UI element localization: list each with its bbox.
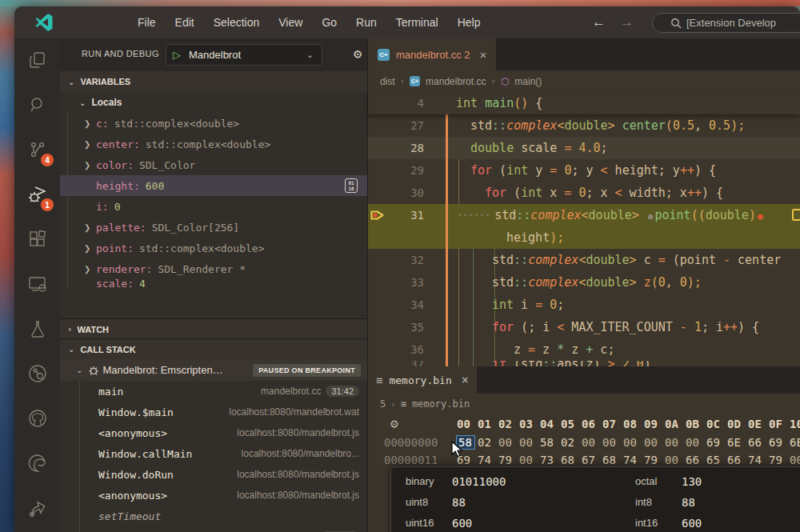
menu-selection[interactable]: Selection	[204, 13, 270, 32]
live-share-icon[interactable]	[14, 354, 60, 394]
hex-byte[interactable]: 68	[561, 454, 582, 465]
watch-section-header[interactable]: › WATCH	[60, 318, 367, 339]
testing-icon[interactable]	[14, 309, 60, 349]
code-editor[interactable]: 27std::complex<double> center(0.5, 0.5);…	[368, 114, 800, 366]
tab-memory-bin[interactable]: ≡ memory.bin ×	[368, 366, 477, 394]
menu-help[interactable]: Help	[448, 13, 490, 32]
hex-byte[interactable]: 58	[540, 436, 561, 449]
variable-row-renderer[interactable]: ❯renderer:SDL_Renderer *	[60, 258, 367, 279]
gutter-glyph[interactable]	[368, 361, 387, 366]
hex-byte[interactable]: 00	[790, 454, 800, 465]
hex-byte[interactable]: 68	[602, 454, 623, 465]
gutter-glyph[interactable]	[368, 271, 387, 294]
hex-byte[interactable]: 00	[644, 436, 665, 449]
explorer-icon[interactable]	[14, 40, 60, 80]
hex-byte[interactable]: 65	[706, 454, 727, 465]
variable-row-center[interactable]: ❯center:std::complex<double>	[60, 134, 367, 154]
gutter-glyph[interactable]	[368, 316, 387, 338]
stack-frame-run[interactable]: runlocalhost:8080/mandelbrot.js9622:5	[60, 526, 367, 532]
debug-settings-gear-icon[interactable]: ⚙	[354, 46, 362, 62]
code-line-28[interactable]: 28double scale = 4.0;	[368, 137, 800, 159]
binary-view-icon[interactable]: 0110	[345, 178, 358, 193]
run-and-debug-icon[interactable]: 1	[14, 174, 60, 214]
hex-byte[interactable]: 66	[727, 454, 748, 465]
gutter-glyph[interactable]	[368, 226, 387, 249]
tab-mandelbrot-cc[interactable]: C+ mandelbrot.cc 2 ×	[368, 38, 496, 70]
menu-file[interactable]: File	[128, 13, 166, 32]
breadcrumb-file[interactable]: mandelbrot.cc	[426, 76, 486, 87]
hex-byte[interactable]: 00	[498, 436, 519, 449]
stack-frame-WindowdoRun[interactable]: Window.doRunlocalhost:8080/mandelbrot.js	[60, 464, 367, 485]
gutter-glyph[interactable]	[368, 159, 387, 182]
nav-back-icon[interactable]: ←	[592, 14, 606, 30]
hex-byte[interactable]: 69	[769, 436, 790, 449]
hex-byte[interactable]: 79	[644, 454, 665, 465]
breadcrumb-file[interactable]: memory.bin	[412, 398, 470, 410]
hex-byte[interactable]: 02	[561, 436, 582, 449]
gutter-glyph[interactable]	[368, 294, 387, 316]
stack-frame-anonymous[interactable]: <anonymous>localhost:8080/mandelbrot.js	[60, 485, 367, 506]
hex-byte[interactable]: 74	[748, 454, 769, 465]
menu-view[interactable]: View	[269, 13, 312, 32]
hex-byte[interactable]: 67	[582, 454, 602, 465]
breadcrumb-dist[interactable]: dist	[380, 76, 395, 87]
code-line-31[interactable]: 31······std::complex<double> ●point((dou…	[368, 204, 800, 226]
hex-byte[interactable]: 66	[748, 436, 769, 449]
gutter-glyph[interactable]	[368, 137, 387, 159]
hex-byte[interactable]: 00	[665, 454, 686, 465]
hex-byte[interactable]: 02	[478, 436, 498, 449]
close-icon[interactable]: ×	[480, 48, 487, 62]
hex-byte[interactable]: 00	[623, 436, 644, 449]
code-line-4[interactable]: 4int main() {	[368, 92, 800, 114]
menu-edit[interactable]: Edit	[166, 13, 204, 32]
code-line-30[interactable]: 30for (int x = 0; x < width; x++) {	[368, 182, 800, 204]
gutter-glyph[interactable]	[368, 204, 387, 226]
hex-byte[interactable]: 00	[686, 436, 706, 449]
edge-tools-icon[interactable]	[14, 443, 60, 483]
start-debug-icon[interactable]: ▷	[173, 49, 181, 61]
extensions-icon[interactable]	[14, 219, 60, 259]
code-line-29[interactable]: 29for (int y = 0; y < height; y++) {	[368, 159, 800, 182]
sticky-scroll-line[interactable]: 4int main() {	[368, 92, 800, 114]
variable-row-height[interactable]: height:6000110	[60, 175, 367, 196]
debug-session-row[interactable]: ⌄ Mandelbrot: Emscripten… PAUSED ON BREA…	[60, 359, 367, 381]
hex-byte[interactable]: 6E	[790, 436, 800, 449]
stack-frame-anonymous[interactable]: <anonymous>localhost:8080/mandelbrot.js	[60, 422, 367, 443]
variable-row-point[interactable]: ❯point:std::complex<double>	[60, 238, 367, 258]
variable-row-scale[interactable]: scale:4	[60, 279, 367, 287]
close-icon[interactable]: ×	[462, 373, 469, 387]
breadcrumb-folder[interactable]: 5	[380, 398, 386, 410]
hex-byte[interactable]: 00	[665, 436, 686, 449]
hex-byte[interactable]: 74	[623, 454, 644, 465]
variables-section-header[interactable]: ⌄ VARIABLES	[60, 71, 367, 92]
hex-byte[interactable]: 6E	[727, 436, 748, 449]
locals-scope-row[interactable]: ⌄ Locals	[60, 92, 367, 113]
code-line-wrap[interactable]: height);	[368, 226, 800, 249]
menu-run[interactable]: Run	[346, 13, 386, 32]
gutter-glyph[interactable]	[368, 182, 387, 204]
gutter-glyph[interactable]	[368, 249, 387, 271]
variable-row-color[interactable]: ❯color:SDL_Color	[60, 154, 367, 175]
code-line-33[interactable]: 33std::complex<double> z(0, 0);	[368, 271, 800, 294]
breadcrumb-symbol[interactable]: main()	[514, 76, 542, 87]
remote-explorer-icon[interactable]	[14, 264, 60, 304]
source-control-icon[interactable]: 4	[14, 130, 60, 170]
hex-settings-gear-icon[interactable]: ⚙	[390, 416, 398, 431]
menu-terminal[interactable]: Terminal	[386, 13, 448, 32]
call-stack-section-header[interactable]: ⌄ CALL STACK	[60, 338, 367, 359]
code-line-34[interactable]: 34int i = 0;	[368, 294, 800, 316]
hex-byte[interactable]: 00	[519, 436, 540, 449]
hex-byte[interactable]: 00	[582, 436, 602, 449]
hex-byte[interactable]: 79	[498, 454, 519, 465]
share-icon[interactable]	[14, 488, 60, 528]
hex-byte[interactable]: 69	[706, 436, 727, 449]
hex-byte[interactable]: 74	[478, 454, 498, 465]
code-line-32[interactable]: 32std::complex<double> c = (point - cent…	[368, 249, 800, 271]
code-line-37[interactable]: 37if (std::abs(z) > 2.0)	[368, 361, 800, 366]
code-line-36[interactable]: 36z = z * z + c;	[368, 338, 800, 361]
gutter-glyph[interactable]	[368, 338, 387, 361]
variable-row-palette[interactable]: ❯palette:SDL_Color[256]	[60, 217, 367, 238]
github-icon[interactable]	[14, 398, 60, 438]
stack-frame-setTimeout[interactable]: setTimeout	[60, 506, 367, 526]
code-line-35[interactable]: 35for (; i < MAX_ITER_COUNT - 1; i++) {	[368, 316, 800, 338]
